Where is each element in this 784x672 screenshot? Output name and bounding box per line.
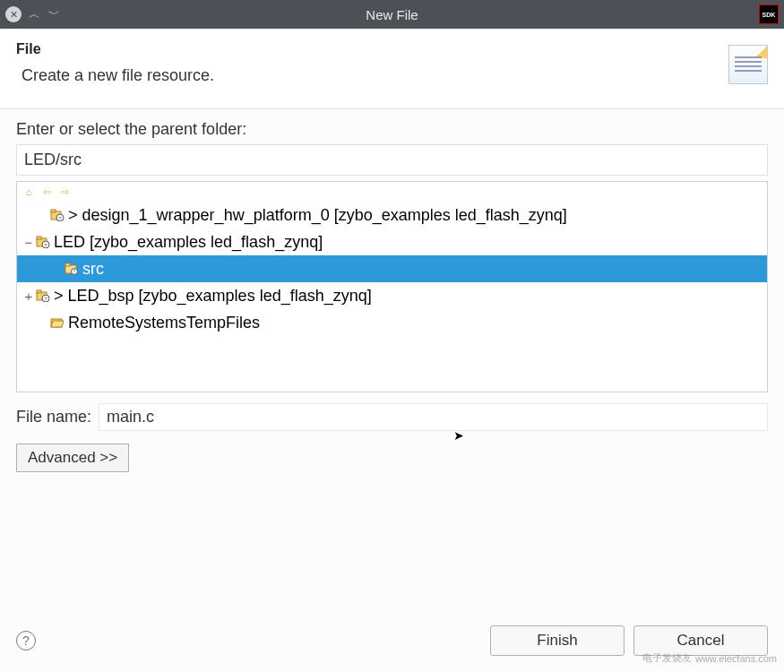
arrow-down-icon[interactable]: ﹀ xyxy=(47,6,61,22)
expand-marker[interactable]: + xyxy=(22,289,35,304)
tree-item[interactable]: ?src xyxy=(17,255,767,282)
tree-item[interactable]: +?> LED_bsp [zybo_examples led_flash_zyn… xyxy=(17,282,767,309)
parent-folder-input[interactable] xyxy=(16,144,768,176)
finish-button[interactable]: Finish xyxy=(490,625,625,656)
filename-row: File name: xyxy=(16,403,768,431)
filename-input[interactable] xyxy=(99,403,768,431)
tree-item-label: LED [zybo_examples led_flash_zynq] xyxy=(54,233,323,252)
arrow-up-icon[interactable]: ︿ xyxy=(27,6,41,22)
close-icon[interactable]: ✕ xyxy=(5,6,22,22)
tree-item[interactable]: −?LED [zybo_examples led_flash_zynq] xyxy=(17,228,767,255)
window-controls: ✕ ︿ ﹀ xyxy=(5,6,61,22)
page-description: Create a new file resource. xyxy=(16,66,728,85)
tree-item-label: RemoteSystemsTempFiles xyxy=(68,314,260,332)
svg-text:?: ? xyxy=(73,269,76,274)
expand-marker[interactable]: − xyxy=(22,235,35,250)
cancel-button[interactable]: Cancel xyxy=(633,625,768,656)
svg-rect-13 xyxy=(37,290,41,293)
project-icon: ? xyxy=(49,208,65,222)
folder-icon: ? xyxy=(64,262,80,276)
titlebar-right: SDK xyxy=(759,4,779,24)
window-title: New File xyxy=(366,7,418,22)
project-icon: ? xyxy=(35,235,51,249)
titlebar: ✕ ︿ ﹀ New File SDK xyxy=(0,0,784,29)
help-icon[interactable]: ? xyxy=(16,631,36,650)
tree-item-label: > LED_bsp [zybo_examples led_flash_zynq] xyxy=(54,287,372,306)
footer-buttons: Finish Cancel xyxy=(490,625,768,656)
sdk-app-icon: SDK xyxy=(759,4,779,24)
tree-toolbar: ⌂ ⇦ ⇨ xyxy=(17,182,767,202)
filename-label: File name: xyxy=(16,408,91,426)
page-title: File xyxy=(16,41,728,57)
home-icon[interactable]: ⌂ xyxy=(22,185,35,198)
svg-rect-9 xyxy=(65,263,70,266)
tree-item-label: src xyxy=(82,260,104,279)
header-section: File Create a new file resource. xyxy=(0,29,784,109)
file-icon xyxy=(728,45,768,84)
tree-item-label: > design_1_wrapper_hw_platform_0 [zybo_e… xyxy=(68,206,567,225)
tree-body[interactable]: ?> design_1_wrapper_hw_platform_0 [zybo_… xyxy=(17,202,767,336)
dialog-content: File Create a new file resource. Enter o… xyxy=(0,29,784,672)
main-section: Enter or select the parent folder: ⌂ ⇦ ⇨… xyxy=(0,109,784,615)
advanced-button[interactable]: Advanced >> xyxy=(16,444,129,472)
forward-icon[interactable]: ⇨ xyxy=(58,185,71,198)
project-icon: ? xyxy=(35,289,51,303)
tree-item[interactable]: ?> design_1_wrapper_hw_platform_0 [zybo_… xyxy=(17,202,767,228)
folder-open-icon xyxy=(49,315,65,330)
tree-item[interactable]: RemoteSystemsTempFiles xyxy=(17,309,767,336)
back-icon[interactable]: ⇦ xyxy=(40,185,53,198)
footer: ? Finish Cancel xyxy=(0,615,784,672)
parent-folder-label: Enter or select the parent folder: xyxy=(16,120,768,139)
svg-rect-5 xyxy=(37,237,41,239)
svg-rect-1 xyxy=(51,210,56,212)
folder-tree: ⌂ ⇦ ⇨ ?> design_1_wrapper_hw_platform_0 … xyxy=(16,181,768,392)
